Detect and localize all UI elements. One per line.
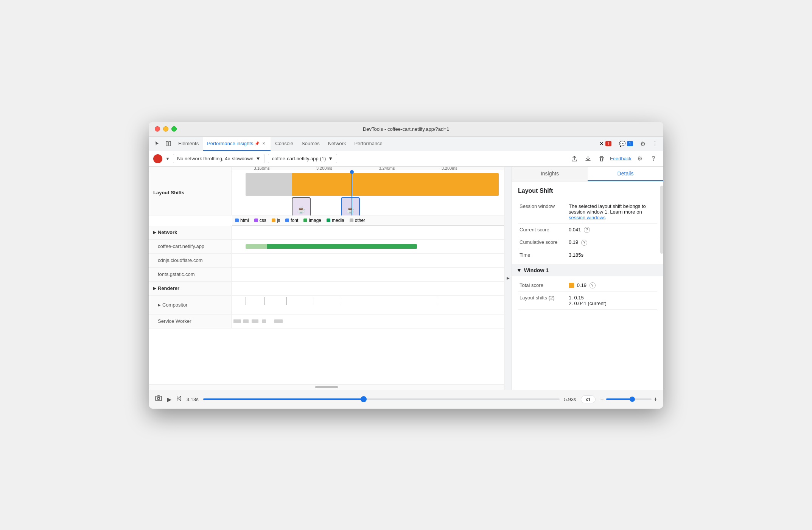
- font-dot: [285, 219, 289, 222]
- sw-bar-5: [274, 319, 283, 323]
- service-worker-content: [232, 315, 504, 328]
- horizontal-scrollbar[interactable]: [315, 386, 338, 388]
- learn-more-label: Learn more on: [610, 209, 642, 215]
- layout-shift-bar-orange: [292, 173, 498, 196]
- download-icon[interactable]: [583, 153, 593, 164]
- total-score-help-icon[interactable]: ?: [590, 282, 596, 288]
- zoom-slider[interactable]: [606, 398, 652, 400]
- details-panel: Insights Details Layout Shift Session wi…: [512, 167, 663, 390]
- traffic-lights: [155, 126, 177, 132]
- renderer-label[interactable]: ▶ Renderer: [149, 282, 232, 295]
- devtools-window: DevTools - coffee-cart.netlify.app/?ad=1…: [149, 122, 663, 409]
- service-worker-label: Service Worker: [149, 315, 232, 328]
- ruler-tick-1: 3,160ms: [254, 167, 270, 170]
- tab-console[interactable]: Console: [271, 136, 297, 151]
- compositor-label[interactable]: ▶ Compositor: [149, 296, 232, 314]
- minimize-button[interactable]: [163, 126, 168, 132]
- time-value: 3.185s: [567, 249, 657, 261]
- feedback-link[interactable]: Feedback: [610, 156, 632, 161]
- compositor-tick-6: [436, 297, 436, 305]
- layout-shifts-content[interactable]: ☕ ☕: [232, 170, 504, 215]
- ruler-label-col: [149, 167, 232, 170]
- image-dot: [303, 219, 307, 222]
- session-windows-link[interactable]: session windows: [569, 215, 606, 220]
- zoom-in-icon[interactable]: +: [654, 396, 657, 403]
- maximize-button[interactable]: [171, 126, 177, 132]
- speed-button[interactable]: x1: [581, 395, 596, 403]
- total-score-key: Total score: [518, 279, 567, 292]
- compositor-tick-1: [246, 297, 246, 305]
- js-dot: [272, 219, 275, 222]
- tab-details[interactable]: Details: [588, 167, 663, 181]
- tabs-bar: Elements Performance insights 📌 ✕ Consol…: [149, 137, 663, 151]
- session-window-value: The selected layout shift belongs to ses…: [567, 200, 657, 224]
- cumulative-score-value: 0.19 ?: [567, 236, 657, 249]
- record-button[interactable]: [153, 154, 162, 163]
- network-label[interactable]: ▶ Network: [149, 226, 232, 239]
- layout-shift-bar-gray: [246, 173, 294, 196]
- cursor-icon[interactable]: [152, 138, 162, 149]
- total-score-value: 0.19 ?: [567, 279, 657, 292]
- tab-close-button[interactable]: ✕: [261, 140, 267, 146]
- slider-track[interactable]: [203, 398, 560, 400]
- zoom-thumb[interactable]: [630, 397, 635, 402]
- network-bar-3: [232, 268, 504, 281]
- throttle-dropdown[interactable]: No network throttling, 4× slowdown ▼: [173, 154, 265, 163]
- layout-shifts-label: Layout Shifts: [149, 170, 232, 215]
- tab-performance[interactable]: Performance: [350, 136, 386, 151]
- message-count: 1: [627, 141, 633, 146]
- device-thumb-2[interactable]: ☕: [341, 197, 360, 215]
- window-title: DevTools - coffee-cart.netlify.app/?ad=1: [155, 126, 657, 132]
- cumulative-score-row: Cumulative score 0.19 ?: [518, 236, 657, 249]
- media-dot: [327, 219, 330, 222]
- network-bar-light-1: [246, 244, 268, 249]
- session-window-key: Session window: [518, 200, 567, 224]
- slider-thumb[interactable]: [361, 396, 367, 402]
- time-row: Time 3.185s: [518, 249, 657, 261]
- help-icon[interactable]: ?: [648, 153, 659, 164]
- cumulative-score-help-icon[interactable]: ?: [581, 240, 587, 246]
- record-dropdown[interactable]: ▼: [165, 156, 170, 161]
- toolbar-settings-icon[interactable]: ⚙: [635, 153, 645, 164]
- zoom-out-icon[interactable]: −: [600, 396, 604, 403]
- details-content: Layout Shift Session window The selected…: [512, 181, 663, 390]
- skip-to-start-button[interactable]: [176, 395, 182, 403]
- layout-shifts-row: Layout Shifts ☕ ☕: [149, 170, 504, 215]
- error-count: 1: [605, 141, 611, 146]
- cumulative-score-key: Cumulative score: [518, 236, 567, 249]
- svg-rect-2: [156, 396, 162, 401]
- tab-elements[interactable]: Elements: [174, 136, 202, 151]
- screenshot-icon[interactable]: [155, 395, 162, 404]
- share-icon[interactable]: [569, 153, 580, 164]
- device-thumb-1[interactable]: ☕: [292, 197, 311, 215]
- timeline-slider[interactable]: [203, 398, 560, 400]
- legend-css: css: [254, 218, 266, 223]
- total-score-row: Total score 0.19 ?: [518, 279, 657, 292]
- tab-performance-insights[interactable]: Performance insights 📌 ✕: [203, 136, 271, 151]
- tabs-right: ✕ 1 💬 1 ⚙ ⋮: [596, 138, 660, 149]
- compositor-tick-2: [264, 297, 265, 305]
- legend-image: image: [303, 218, 321, 223]
- more-options-icon[interactable]: ⋮: [650, 138, 660, 149]
- timeline-panel: 3,160ms 3,200ms 3,240ms 3,280ms Layout S…: [149, 167, 504, 390]
- legend-row: html css js font: [232, 215, 504, 226]
- close-button[interactable]: [155, 126, 160, 132]
- tab-insights[interactable]: Insights: [512, 167, 588, 181]
- details-scrollbar[interactable]: [660, 186, 663, 254]
- message-badge-button[interactable]: 💬 1: [616, 139, 636, 148]
- error-badge-button[interactable]: ✕ 1: [596, 139, 614, 148]
- tab-sources[interactable]: Sources: [298, 136, 324, 151]
- settings-icon[interactable]: ⚙: [638, 138, 648, 149]
- time-start: 3.13s: [187, 397, 199, 402]
- tab-network[interactable]: Network: [324, 136, 350, 151]
- delete-icon[interactable]: [596, 153, 607, 164]
- other-dot: [350, 219, 353, 222]
- layout-shift-item-1: 1. 0.15: [569, 295, 656, 301]
- current-score-help-icon[interactable]: ?: [584, 227, 590, 233]
- url-dropdown[interactable]: coffee-cart.netlify.app (1) ▼: [268, 154, 337, 163]
- play-button[interactable]: ▶: [167, 396, 171, 403]
- network-bar-2: [232, 254, 504, 267]
- panel-icon[interactable]: [163, 138, 174, 149]
- window1-collapsible[interactable]: ▼ Window 1: [512, 264, 663, 276]
- collapse-arrow[interactable]: ▶: [504, 167, 512, 390]
